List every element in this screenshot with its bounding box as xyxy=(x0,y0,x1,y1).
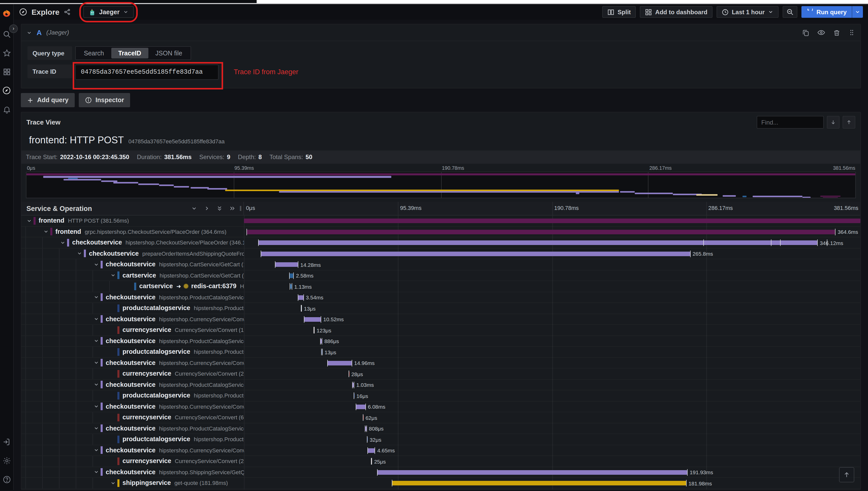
trace-minimap[interactable] xyxy=(26,172,856,198)
span-timeline-cell[interactable]: 3.54ms xyxy=(244,292,860,302)
span-name-cell[interactable]: checkoutservicehipstershop.CartService/G… xyxy=(21,259,244,270)
collapse-all-icon[interactable] xyxy=(216,205,222,211)
span-duration-bar[interactable] xyxy=(392,481,686,485)
span-name-cell[interactable]: checkoutservicehipstershop.CurrencyServi… xyxy=(21,401,244,412)
span-timeline-cell[interactable]: 886μs xyxy=(244,336,860,346)
span-collapse-chevron-icon[interactable] xyxy=(92,469,99,475)
scroll-to-top-button[interactable] xyxy=(839,467,854,482)
span-timeline-cell[interactable]: 123μs xyxy=(244,325,860,335)
add-to-dashboard-button[interactable]: Add to dashboard xyxy=(640,6,713,18)
run-query-caret[interactable] xyxy=(852,6,863,18)
span-row[interactable]: checkoutservicehipstershop.CurrencyServi… xyxy=(21,357,860,369)
span-timeline-cell[interactable]: 32μs xyxy=(244,434,860,444)
time-range-picker[interactable]: Last 1 hour xyxy=(717,6,778,18)
span-timeline-cell[interactable]: 265.8ms xyxy=(244,248,860,259)
span-collapse-chevron-icon[interactable] xyxy=(92,316,99,322)
span-name-cell[interactable]: shippingserviceget-quote (181.98ms) xyxy=(21,478,244,488)
starred-icon[interactable] xyxy=(2,48,11,57)
span-name-cell[interactable]: checkoutservicehipstershop.ProductCatalo… xyxy=(21,292,244,302)
span-row[interactable]: checkoutservicehipstershop.CurrencyServi… xyxy=(21,401,860,412)
span-collapse-chevron-icon[interactable] xyxy=(92,262,99,267)
span-name-cell[interactable]: currencyserviceCurrencyService/Convert (… xyxy=(21,369,244,379)
span-timeline-cell[interactable]: 191.93ms xyxy=(244,467,860,477)
span-name-cell[interactable]: checkoutservicehipstershop.ProductCatalo… xyxy=(21,379,244,390)
span-timeline-cell[interactable]: 25μs xyxy=(244,456,860,466)
query-type-option-traceid[interactable]: TraceID xyxy=(111,48,148,58)
span-row[interactable]: currencyserviceCurrencyService/Convert (… xyxy=(21,412,860,423)
span-collapse-chevron-icon[interactable] xyxy=(59,240,66,246)
help-icon[interactable] xyxy=(2,475,11,484)
span-timeline-cell[interactable]: 346.12ms xyxy=(244,237,860,248)
find-prev-button[interactable] xyxy=(843,116,855,128)
span-collapse-chevron-icon[interactable] xyxy=(92,447,99,453)
span-name-cell[interactable]: checkoutservicehipstershop.CurrencyServi… xyxy=(21,314,244,324)
span-name-cell[interactable]: productcatalogservicehipstershop.Product… xyxy=(21,303,244,313)
span-name-cell[interactable]: cartservice➜redis-cart:6379HGET (1.13ms) xyxy=(21,281,244,291)
expand-all-icon[interactable] xyxy=(229,205,235,211)
span-timeline-cell[interactable]: 4.65ms xyxy=(244,445,860,455)
span-name-cell[interactable]: currencyserviceCurrencyService/Convert (… xyxy=(21,456,244,466)
query-type-option-search[interactable]: Search xyxy=(77,48,111,58)
alerting-bell-icon[interactable] xyxy=(2,105,11,114)
span-collapse-chevron-icon[interactable] xyxy=(92,294,99,300)
span-name-cell[interactable]: checkoutservicehipstershop.CurrencyServi… xyxy=(21,445,244,455)
span-collapse-chevron-icon[interactable] xyxy=(92,360,99,366)
zoom-out-button[interactable] xyxy=(782,6,797,18)
span-collapse-chevron-icon[interactable] xyxy=(92,426,99,431)
column-resizer[interactable]: ∥ xyxy=(239,205,242,211)
sidebar-expand-button[interactable]: › xyxy=(9,24,18,33)
span-name-cell[interactable]: cartservicehipstershop.CartService/GetCa… xyxy=(21,270,244,281)
collapse-chevron-icon[interactable] xyxy=(26,30,32,35)
expand-one-icon[interactable] xyxy=(204,205,210,211)
span-collapse-chevron-icon[interactable] xyxy=(109,273,116,278)
span-name-cell[interactable]: checkoutservicehipstershop.ProductCatalo… xyxy=(21,336,244,346)
span-row[interactable]: checkoutservicehipstershop.ProductCatalo… xyxy=(21,423,860,434)
span-name-cell[interactable]: currencyserviceCurrencyService/Convert (… xyxy=(21,412,244,423)
trace-id-input[interactable] xyxy=(75,64,218,80)
span-row[interactable]: currencyserviceCurrencyService/Convert (… xyxy=(21,369,860,379)
span-duration-bar[interactable] xyxy=(261,251,690,256)
span-collapse-chevron-icon[interactable] xyxy=(92,338,99,344)
span-row[interactable]: frontendHTTP POST (381.56ms) xyxy=(21,215,860,226)
span-row[interactable]: checkoutservicehipstershop.ProductCatalo… xyxy=(21,379,860,391)
span-row[interactable]: checkoutservicehipstershop.ShippingServi… xyxy=(21,467,860,478)
span-row[interactable]: checkoutservicehipstershop.CurrencyServi… xyxy=(21,314,860,325)
span-timeline-cell[interactable]: 10.52ms xyxy=(244,314,860,324)
span-timeline-cell[interactable]: 1.03ms xyxy=(244,379,860,390)
span-duration-bar[interactable] xyxy=(246,230,835,234)
span-timeline-cell[interactable]: 1.13ms xyxy=(244,281,860,291)
span-row[interactable]: checkoutserviceprepareOrderItemsAndShipp… xyxy=(21,248,860,259)
span-collapse-chevron-icon[interactable] xyxy=(92,382,99,387)
span-row[interactable]: checkoutservicehipstershop.CartService/G… xyxy=(21,259,860,270)
span-row[interactable]: productcatalogservicehipstershop.Product… xyxy=(21,303,860,314)
find-next-button[interactable] xyxy=(827,116,840,128)
settings-gear-icon[interactable] xyxy=(2,456,11,465)
span-row[interactable]: checkoutservicehipstershop.ProductCatalo… xyxy=(21,336,860,347)
span-row[interactable]: frontendgrpc.hipstershop.CheckoutService… xyxy=(21,226,860,237)
share-icon[interactable] xyxy=(63,8,71,16)
run-query-split-button[interactable]: Run query xyxy=(801,6,863,18)
span-timeline-cell[interactable]: 13μs xyxy=(244,303,860,313)
sign-in-icon[interactable] xyxy=(2,437,11,446)
span-timeline-cell[interactable]: 181.98ms xyxy=(244,478,860,488)
span-name-cell[interactable]: productcatalogservicehipstershop.Product… xyxy=(21,391,244,401)
span-collapse-chevron-icon[interactable] xyxy=(76,251,83,256)
span-name-cell[interactable]: productcatalogservicehipstershop.Product… xyxy=(21,347,244,357)
span-duration-bar[interactable] xyxy=(275,262,298,267)
dashboards-icon[interactable] xyxy=(2,67,11,76)
inspector-button[interactable]: Inspector xyxy=(79,93,130,107)
span-name-cell[interactable]: checkoutservicehipstershop.ShippingServi… xyxy=(21,467,244,477)
span-name-cell[interactable]: frontendgrpc.hipstershop.CheckoutService… xyxy=(21,226,244,237)
span-duration-bar[interactable] xyxy=(304,317,321,321)
span-name-cell[interactable]: checkoutservicehipstershop.CheckoutServi… xyxy=(21,237,244,248)
span-timeline-cell[interactable]: 808μs xyxy=(244,423,860,434)
drag-handle-icon[interactable] xyxy=(848,29,855,36)
query-row-header[interactable]: A (Jaeger) xyxy=(21,24,860,41)
span-name-cell[interactable]: frontendHTTP POST (381.56ms) xyxy=(21,215,244,226)
split-button[interactable]: Split xyxy=(602,6,636,18)
span-row[interactable]: cartservicehipstershop.CartService/GetCa… xyxy=(21,270,860,281)
span-duration-bar[interactable] xyxy=(377,470,687,474)
span-name-cell[interactable]: productcatalogservicehipstershop.Product… xyxy=(21,434,244,444)
span-collapse-chevron-icon[interactable] xyxy=(25,218,32,224)
span-collapse-chevron-icon[interactable] xyxy=(42,229,49,235)
